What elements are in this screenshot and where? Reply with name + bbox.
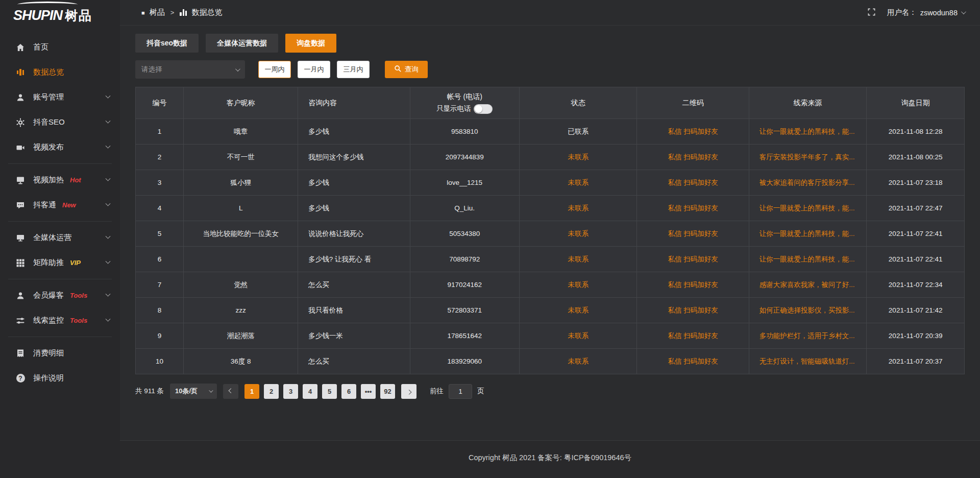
- source-link[interactable]: 感谢大家喜欢我家，被问了好...: [760, 281, 855, 289]
- cell-status: 未联系: [519, 349, 637, 374]
- qrcode-links[interactable]: 私信 扫码加好友: [668, 179, 718, 186]
- brand-name-en: SHUPIN: [13, 8, 62, 23]
- cell-content: 多少钱一米: [298, 323, 410, 349]
- sidebar-menu: 首页 数据总览 账号管理: [0, 31, 120, 391]
- tools-badge: Tools: [70, 292, 87, 299]
- cell-date: 2021-11-07 22:47: [867, 196, 965, 221]
- chevron-down-icon: [106, 317, 111, 322]
- cell-nickname: 36度 8: [184, 349, 298, 374]
- sidebar-item-video-publish[interactable]: 视频发布: [0, 135, 120, 160]
- table-row: 10 36度 8 怎么买 183929060 未联系 私信 扫码加好友 无主灯设…: [136, 349, 965, 374]
- status-badge: 未联系: [568, 281, 589, 289]
- sidebar-item-label: 视频加热: [33, 175, 64, 185]
- main-column: ■ 树品 > 数据总览 用户名：zswodun88 抖音seo数据全媒体运: [120, 0, 980, 478]
- cell-nickname: [184, 247, 298, 272]
- user-dropdown[interactable]: 用户名：zswodun88: [887, 8, 965, 17]
- sidebar-item-home[interactable]: 首页: [0, 35, 120, 60]
- jump-label: 前往: [430, 387, 444, 396]
- fullscreen-icon[interactable]: [867, 8, 876, 18]
- source-link[interactable]: 让你一眼就爱上的黑科技，能...: [760, 128, 855, 135]
- source-link[interactable]: 被大家追着问的客厅投影分享...: [760, 179, 855, 186]
- source-link[interactable]: 如何正确选择投影仪，买投影...: [760, 306, 855, 314]
- source-link[interactable]: 让你一眼就爱上的黑科技，能...: [760, 255, 855, 263]
- qrcode-links[interactable]: 私信 扫码加好友: [668, 281, 718, 289]
- qrcode-links[interactable]: 私信 扫码加好友: [668, 230, 718, 237]
- cell-no: 4: [136, 196, 184, 221]
- cell-source: 让你一眼就爱上的黑科技，能...: [749, 119, 867, 145]
- sidebar-item-label: 矩阵助推: [33, 258, 64, 268]
- monitor-icon: [15, 233, 26, 243]
- sidebar-item-account-management[interactable]: 账号管理: [0, 85, 120, 110]
- page-buttons: 123456•••92: [244, 384, 395, 399]
- sidebar-item-data-overview[interactable]: 数据总览: [0, 60, 120, 85]
- page-size-select[interactable]: 10条/页: [170, 384, 217, 399]
- source-link[interactable]: 客厅安装投影半年多了，真实...: [760, 153, 855, 161]
- page-button[interactable]: 5: [322, 384, 337, 399]
- cell-date: 2021-11-08 12:28: [867, 119, 965, 145]
- date-range-button[interactable]: 三月内: [337, 61, 370, 78]
- source-link[interactable]: 多功能护栏灯，适用于乡村文...: [760, 332, 855, 340]
- cell-account: 917024162: [410, 272, 519, 298]
- source-link[interactable]: 无主灯设计，智能磁吸轨道灯...: [760, 357, 855, 365]
- next-page-button[interactable]: [401, 384, 416, 399]
- qrcode-links[interactable]: 私信 扫码加好友: [668, 255, 718, 263]
- col-no: 编号: [136, 87, 184, 119]
- sidebar-item-operation-guide[interactable]: ? 操作说明: [0, 366, 120, 391]
- page-button[interactable]: 2: [264, 384, 279, 399]
- page-button[interactable]: 4: [303, 384, 317, 399]
- qrcode-links[interactable]: 私信 扫码加好友: [668, 153, 718, 161]
- chevron-down-icon: [106, 201, 111, 206]
- sidebar-item-expense-detail[interactable]: 消费明细: [0, 341, 120, 366]
- sidebar-item-label: 操作说明: [33, 373, 64, 383]
- search-button[interactable]: 查询: [385, 61, 428, 78]
- cell-nickname: 觉然: [184, 272, 298, 298]
- sidebar-item-member-baoke[interactable]: 会员爆客 Tools: [0, 283, 120, 308]
- source-link[interactable]: 让你一眼就爱上的黑科技，能...: [760, 204, 855, 212]
- qrcode-links[interactable]: 私信 扫码加好友: [668, 128, 718, 135]
- qrcode-links[interactable]: 私信 扫码加好友: [668, 204, 718, 212]
- chevron-down-icon: [961, 9, 966, 14]
- cell-account: love__1215: [410, 170, 519, 196]
- page-button[interactable]: 1: [244, 384, 259, 399]
- sidebar-item-douyin-seo[interactable]: 抖音SEO: [0, 110, 120, 135]
- table-row: 7 觉然 怎么买 917024162 未联系 私信 扫码加好友 感谢大家喜欢我家…: [136, 272, 965, 298]
- date-range-button[interactable]: 一周内: [258, 61, 291, 78]
- page-button[interactable]: 6: [341, 384, 356, 399]
- sidebar-item-doukotong[interactable]: 抖客通 New: [0, 193, 120, 218]
- table-row: 9 潮起潮落 多少钱一米 178651642 未联系 私信 扫码加好友 多功能护…: [136, 323, 965, 349]
- user-label: 用户名：: [887, 8, 917, 17]
- page-button[interactable]: 3: [283, 384, 298, 399]
- cell-source: 被大家追着问的客厅投影分享...: [749, 170, 867, 196]
- chevron-right-icon: [406, 389, 411, 394]
- qrcode-links[interactable]: 私信 扫码加好友: [668, 332, 718, 340]
- grid-icon: [15, 258, 26, 268]
- qrcode-links[interactable]: 私信 扫码加好友: [668, 306, 718, 314]
- filter-select[interactable]: 请选择: [135, 60, 245, 79]
- page-button[interactable]: •••: [361, 384, 376, 399]
- phone-only-toggle[interactable]: [474, 104, 493, 114]
- page-jump-input[interactable]: [449, 384, 472, 399]
- date-range-button[interactable]: 一月内: [298, 61, 330, 78]
- tab-button[interactable]: 全媒体运营数据: [206, 34, 278, 53]
- prev-page-button[interactable]: [223, 384, 238, 399]
- breadcrumb-root[interactable]: 树品: [150, 8, 165, 17]
- gear-icon: [15, 118, 26, 127]
- cell-content: 怎么买: [298, 349, 410, 374]
- page-button[interactable]: 92: [380, 384, 395, 399]
- cell-qrcode: 私信 扫码加好友: [637, 323, 749, 349]
- qrcode-links[interactable]: 私信 扫码加好友: [668, 357, 718, 365]
- source-link[interactable]: 让你一眼就爱上的黑科技，能...: [760, 230, 855, 237]
- tab-button[interactable]: 抖音seo数据: [135, 34, 199, 53]
- sidebar-item-video-heat[interactable]: 视频加热 Hot: [0, 168, 120, 193]
- cell-account: 183929060: [410, 349, 519, 374]
- brand-logo[interactable]: SHUPIN 树品: [0, 0, 120, 31]
- sidebar-item-matrix-boost[interactable]: 矩阵助推 VIP: [0, 250, 120, 275]
- table-row: 5 当地比较能吃的一位美女 说说价格让我死心 50534380 未联系 私信 扫…: [136, 221, 965, 247]
- tab-button[interactable]: 询盘数据: [285, 34, 336, 53]
- sidebar-item-media-operation[interactable]: 全媒体运营: [0, 225, 120, 250]
- cell-qrcode: 私信 扫码加好友: [637, 170, 749, 196]
- chevron-down-icon: [106, 144, 111, 149]
- status-badge: 未联系: [568, 357, 589, 365]
- sidebar-item-clue-monitor[interactable]: 线索监控 Tools: [0, 308, 120, 333]
- cell-qrcode: 私信 扫码加好友: [637, 272, 749, 298]
